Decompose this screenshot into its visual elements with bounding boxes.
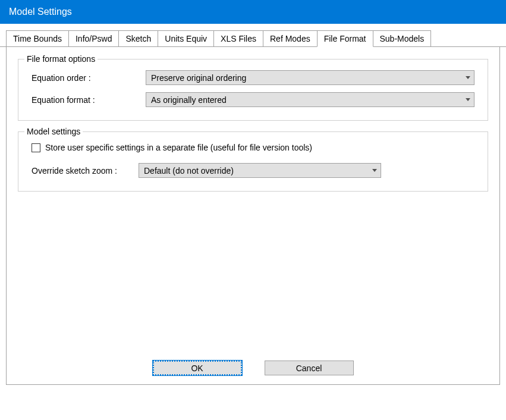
dropdown-equation-format-text: As originally entered — [151, 95, 227, 105]
legend-file-format: File format options — [24, 54, 98, 64]
tab-units-equiv[interactable]: Units Equiv — [158, 30, 214, 46]
tab-file-format[interactable]: File Format — [317, 30, 373, 47]
ok-button[interactable]: OK — [153, 361, 242, 375]
row-store-settings: Store user specific settings in a separa… — [32, 143, 474, 152]
fieldset-file-format-options: File format options Equation order : Pre… — [18, 59, 488, 121]
row-override-zoom: Override sketch zoom : Default (do not o… — [32, 163, 474, 178]
chevron-down-icon — [466, 98, 470, 101]
content-area: File format options Equation order : Pre… — [6, 47, 500, 385]
tabs-container: Time Bounds Info/Pswd Sketch Units Equiv… — [0, 30, 506, 47]
dropdown-override-zoom[interactable]: Default (do not override) — [139, 163, 381, 178]
window-title-bar: Model Settings — [0, 0, 506, 24]
dropdown-equation-order[interactable]: Preserve original ordering — [146, 70, 474, 85]
label-store-settings[interactable]: Store user specific settings in a separa… — [45, 143, 312, 152]
tab-ref-modes[interactable]: Ref Modes — [263, 30, 318, 46]
button-row: OK Cancel — [7, 361, 499, 375]
row-equation-order: Equation order : Preserve original order… — [32, 70, 474, 85]
chevron-down-icon — [466, 76, 470, 79]
tab-info-pswd[interactable]: Info/Pswd — [68, 30, 119, 46]
legend-model-settings: Model settings — [24, 127, 83, 136]
window-title: Model Settings — [9, 7, 72, 17]
label-equation-format: Equation format : — [32, 95, 146, 105]
dropdown-equation-format[interactable]: As originally entered — [146, 92, 474, 107]
cancel-button[interactable]: Cancel — [265, 361, 354, 375]
tab-sketch[interactable]: Sketch — [118, 30, 158, 46]
dropdown-equation-order-text: Preserve original ordering — [151, 73, 246, 83]
tab-sub-models[interactable]: Sub-Models — [373, 30, 432, 46]
chevron-down-icon — [372, 169, 377, 172]
tab-time-bounds[interactable]: Time Bounds — [6, 30, 69, 46]
label-equation-order: Equation order : — [32, 73, 146, 83]
dropdown-override-zoom-text: Default (do not override) — [144, 166, 234, 175]
tab-xls-files[interactable]: XLS Files — [213, 30, 263, 46]
label-override-zoom: Override sketch zoom : — [32, 166, 139, 175]
fieldset-model-settings: Model settings Store user specific setti… — [18, 131, 488, 192]
row-equation-format: Equation format : As originally entered — [32, 92, 474, 107]
checkbox-store-settings[interactable] — [32, 143, 40, 152]
